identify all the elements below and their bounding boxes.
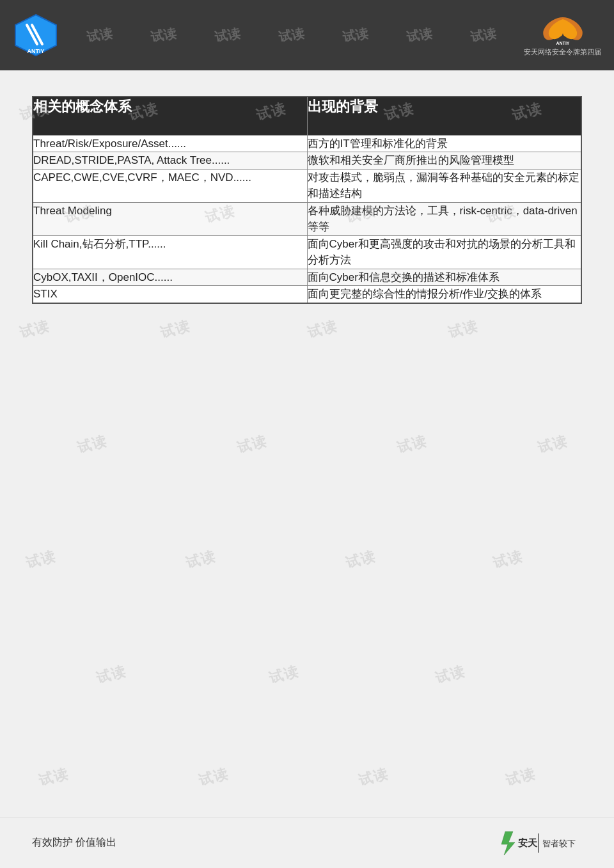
table-cell-left: CAPEC,CWE,CVE,CVRF，MAEC，NVD......	[33, 169, 307, 202]
watermark-23: 试读	[433, 661, 468, 688]
svg-text:智者较下: 智者较下	[542, 839, 576, 848]
watermark-17: 试读	[24, 546, 58, 572]
table-cell-right: 各种威胁建模的方法论，工具，risk-centric，data-driven等等	[307, 202, 581, 235]
watermark-19: 试读	[343, 546, 378, 572]
logo-container: ANTIY	[13, 12, 59, 58]
header-wm-4: 试读	[277, 24, 305, 46]
header-wm-3: 试读	[213, 24, 241, 46]
table-cell-right: 微软和相关安全厂商所推出的风险管理模型	[307, 152, 581, 170]
watermark-27: 试读	[503, 764, 538, 790]
watermark-14: 试读	[235, 431, 269, 457]
content-table: 相关的概念体系 出现的背景 Threat/Risk/Exposure/Asset…	[32, 96, 582, 304]
watermark-16: 试读	[535, 431, 570, 457]
header-wm-7: 试读	[469, 24, 497, 46]
table-cell-left: STIX	[33, 286, 307, 303]
table-row: Kill Chain,钻石分析,TTP......面向Cyber和更高强度的攻击…	[33, 235, 581, 269]
table-cell-left: CybOX,TAXII，OpenIOC......	[33, 269, 307, 286]
footer-right: 安天 智者较下	[499, 828, 582, 857]
main-content: 相关的概念体系 出现的背景 Threat/Risk/Exposure/Asset…	[0, 70, 614, 329]
watermark-15: 试读	[395, 431, 429, 457]
header: ANTIY 试读 试读 试读 试读 试读 试读 试读 ANTIY 安天网络安全令…	[0, 0, 614, 70]
table-cell-left: Kill Chain,钻石分析,TTP......	[33, 235, 307, 269]
svg-text:ANTIY: ANTIY	[556, 41, 569, 45]
footer-logo-icon: 安天 智者较下	[499, 828, 582, 857]
header-right-logo: ANTIY 安天网络安全令牌第四届	[524, 14, 601, 57]
table-cell-left: Threat/Risk/Exposure/Asset......	[33, 135, 307, 152]
watermark-20: 试读	[491, 546, 525, 572]
watermark-22: 试读	[267, 661, 301, 688]
header-wm-5: 试读	[341, 24, 369, 46]
table-row: STIX面向更完整的综合性的情报分析/作业/交换的体系	[33, 286, 581, 303]
table-cell-left: Threat Modeling	[33, 202, 307, 235]
col1-header: 相关的概念体系	[33, 97, 307, 135]
watermark-25: 试读	[196, 764, 231, 790]
table-header-row: 相关的概念体系 出现的背景	[33, 97, 581, 135]
watermark-24: 试读	[36, 764, 71, 790]
table-row: Threat Modeling各种威胁建模的方法论，工具，risk-centri…	[33, 202, 581, 235]
svg-text:ANTIY: ANTIY	[28, 48, 45, 54]
header-right-subtitle: 安天网络安全令牌第四届	[524, 47, 601, 57]
header-wm-1: 试读	[85, 24, 113, 46]
table-cell-right: 面向Cyber和更高强度的攻击和对抗的场景的分析工具和分析方法	[307, 235, 581, 269]
watermark-13: 试读	[75, 431, 109, 457]
header-wm-6: 试读	[405, 24, 433, 46]
header-watermarks: 试读 试读 试读 试读 试读 试读 试读	[59, 27, 524, 44]
footer: 有效防护 价值输出 安天 智者较下	[0, 817, 614, 868]
right-logo-icon: ANTIY	[537, 14, 588, 46]
table-cell-right: 面向更完整的综合性的情报分析/作业/交换的体系	[307, 286, 581, 303]
watermark-21: 试读	[94, 661, 129, 688]
table-cell-right: 对攻击模式，脆弱点，漏洞等各种基础的安全元素的标定和描述结构	[307, 169, 581, 202]
svg-text:安天: 安天	[517, 837, 538, 848]
watermark-18: 试读	[184, 546, 218, 572]
table-row: CybOX,TAXII，OpenIOC......面向Cyber和信息交换的描述…	[33, 269, 581, 286]
table-cell-right: 面向Cyber和信息交换的描述和标准体系	[307, 269, 581, 286]
table-row: Threat/Risk/Exposure/Asset......西方的IT管理和…	[33, 135, 581, 152]
table-cell-right: 西方的IT管理和标准化的背景	[307, 135, 581, 152]
table-cell-left: DREAD,STRIDE,PASTA, Attack Tree......	[33, 152, 307, 170]
watermark-26: 试读	[356, 764, 391, 790]
table-row: DREAD,STRIDE,PASTA, Attack Tree......微软和…	[33, 152, 581, 170]
col2-header: 出现的背景	[307, 97, 581, 135]
header-wm-2: 试读	[149, 24, 177, 46]
antiy-logo-icon: ANTIY	[13, 12, 59, 58]
footer-left-text: 有效防护 价值输出	[32, 836, 116, 849]
table-row: CAPEC,CWE,CVE,CVRF，MAEC，NVD......对攻击模式，脆…	[33, 169, 581, 202]
